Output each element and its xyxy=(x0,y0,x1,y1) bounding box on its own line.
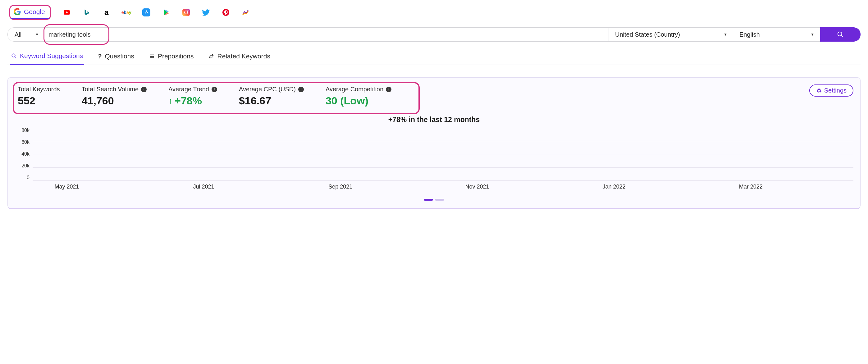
metric-total-volume: Total Search Volumei 41,760 xyxy=(82,86,147,107)
source-google[interactable]: Google xyxy=(9,5,51,20)
list-icon xyxy=(149,54,155,59)
chart-pager xyxy=(14,199,854,201)
swap-icon xyxy=(209,54,214,59)
tab-keyword-suggestions[interactable]: Keyword Suggestions xyxy=(10,50,84,65)
x-tick: Mar 2022 xyxy=(717,184,785,190)
language-select-value: English xyxy=(739,31,760,38)
page-dot-1[interactable] xyxy=(424,199,433,201)
metric-value: $16.67 xyxy=(239,95,304,107)
y-tick: 20k xyxy=(14,163,30,169)
language-select[interactable]: English ▼ xyxy=(733,27,820,42)
instagram-icon[interactable] xyxy=(182,8,190,16)
y-tick: 0 xyxy=(14,175,30,180)
youtube-icon[interactable] xyxy=(63,8,71,16)
chart-y-axis: 80k60k40k20k0 xyxy=(14,128,33,180)
page-dot-2[interactable] xyxy=(435,199,444,201)
caret-down-icon: ▼ xyxy=(35,32,39,37)
info-icon[interactable]: i xyxy=(141,87,147,92)
twitter-icon[interactable] xyxy=(202,8,210,16)
search-input-wrap xyxy=(44,27,609,42)
google-icon xyxy=(13,8,22,16)
metric-label: Total Keywords xyxy=(18,86,60,93)
metrics-row: Total Keywords 552 Total Search Volumei … xyxy=(14,84,809,107)
x-tick: Jan 2022 xyxy=(580,184,648,190)
pinterest-icon[interactable] xyxy=(222,8,230,16)
metric-avg-cpc: Average CPC (USD)i $16.67 xyxy=(239,86,304,107)
chart-title: +78% in the last 12 months xyxy=(14,115,854,124)
result-tabs: Keyword Suggestions ? Questions Preposit… xyxy=(7,50,861,65)
tab-label: Prepositions xyxy=(158,53,194,60)
info-icon[interactable]: i xyxy=(386,87,392,92)
caret-down-icon: ▼ xyxy=(723,32,727,37)
search-button[interactable] xyxy=(820,27,861,42)
metric-value: 41,760 xyxy=(82,95,147,107)
metric-avg-competition: Average Competitioni 30 (Low) xyxy=(326,86,392,107)
metric-label: Average Trend xyxy=(168,86,209,93)
x-tick: May 2021 xyxy=(33,184,101,190)
x-tick: Jul 2021 xyxy=(169,184,238,190)
metric-avg-trend: Average Trendi ↑+78% xyxy=(168,86,217,107)
tab-label: Keyword Suggestions xyxy=(20,52,83,60)
appstore-icon[interactable] xyxy=(142,8,150,16)
search-icon xyxy=(11,53,17,59)
country-select[interactable]: United States (Country) ▼ xyxy=(609,27,733,42)
search-icon xyxy=(837,31,844,38)
y-tick: 80k xyxy=(14,128,30,133)
trend-chart: 80k60k40k20k0 xyxy=(14,128,854,180)
x-tick: Sep 2021 xyxy=(306,184,375,190)
playstore-icon[interactable] xyxy=(162,8,170,16)
x-tick: Nov 2021 xyxy=(443,184,512,190)
chart-plot xyxy=(33,128,854,180)
scope-select[interactable]: All ▼ xyxy=(7,27,44,42)
svg-point-4 xyxy=(187,10,188,11)
metric-label: Average Competition xyxy=(326,86,383,93)
settings-label: Settings xyxy=(824,87,846,94)
y-tick: 60k xyxy=(14,139,30,145)
svg-point-5 xyxy=(222,9,229,16)
tab-related-keywords[interactable]: Related Keywords xyxy=(207,50,271,64)
y-tick: 40k xyxy=(14,151,30,157)
source-google-label: Google xyxy=(24,8,45,15)
amazon-icon[interactable]: a xyxy=(102,8,111,16)
source-selector: Google a ebay xyxy=(7,4,861,26)
chart-x-axis: May 2021.Jul 2021.Sep 2021.Nov 2021.Jan … xyxy=(33,184,854,190)
ebay-icon[interactable]: ebay xyxy=(122,8,130,16)
gear-icon xyxy=(816,88,822,94)
scope-select-value: All xyxy=(14,31,22,38)
svg-rect-2 xyxy=(182,9,190,16)
caret-down-icon: ▼ xyxy=(810,32,814,37)
trend-icon[interactable] xyxy=(242,8,250,16)
search-input[interactable] xyxy=(49,31,604,38)
settings-button[interactable]: Settings xyxy=(809,85,854,97)
metric-value: 552 xyxy=(18,95,60,107)
metric-value: 30 (Low) xyxy=(326,95,392,107)
tab-label: Questions xyxy=(105,53,134,60)
metric-value: +78% xyxy=(175,95,202,107)
summary-panel: Total Keywords 552 Total Search Volumei … xyxy=(7,77,861,208)
metric-label: Total Search Volume xyxy=(82,86,138,93)
metric-total-keywords: Total Keywords 552 xyxy=(18,86,60,107)
question-icon: ? xyxy=(98,53,101,60)
metric-label: Average CPC (USD) xyxy=(239,86,296,93)
info-icon[interactable]: i xyxy=(212,87,217,92)
tab-prepositions[interactable]: Prepositions xyxy=(148,50,195,64)
country-select-value: United States (Country) xyxy=(615,31,680,38)
info-icon[interactable]: i xyxy=(298,87,304,92)
bing-icon[interactable] xyxy=(83,8,91,16)
svg-rect-1 xyxy=(142,8,150,16)
arrow-up-icon: ↑ xyxy=(168,96,173,106)
tab-label: Related Keywords xyxy=(217,53,270,60)
tab-questions[interactable]: ? Questions xyxy=(97,50,135,64)
search-bar: All ▼ United States (Country) ▼ English … xyxy=(7,27,861,42)
